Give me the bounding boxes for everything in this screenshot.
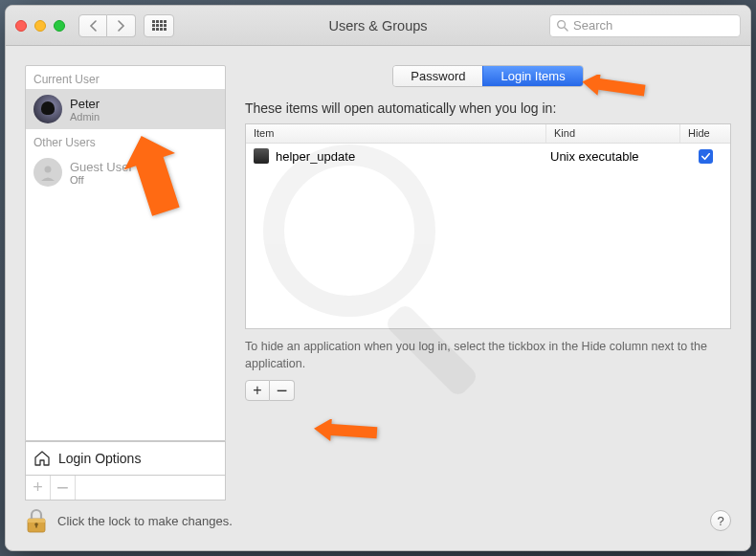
current-user-label: Current User <box>26 66 225 89</box>
hide-hint: To hide an application when you log in, … <box>245 339 731 372</box>
login-items-add-remove: + − <box>245 380 731 401</box>
tab-login-items[interactable]: Login Items <box>482 66 582 86</box>
remove-login-item-button[interactable]: − <box>270 380 295 401</box>
user-name: Guest User <box>70 160 133 174</box>
col-kind[interactable]: Kind <box>546 124 680 143</box>
forward-button[interactable] <box>107 14 136 37</box>
add-login-item-button[interactable]: + <box>245 380 270 401</box>
user-role: Off <box>70 174 133 186</box>
item-kind: Unix executable <box>546 149 680 164</box>
sidebar-add-remove: + − <box>25 476 226 500</box>
lock-text: Click the lock to make changes. <box>57 514 233 528</box>
nav-buttons <box>78 14 136 37</box>
sidebar: Current User Peter Admin Other Users Gue… <box>25 65 226 500</box>
avatar <box>33 158 62 187</box>
search-icon <box>556 19 568 32</box>
login-items-table: Item Kind Hide helper_update Unix execut… <box>245 123 731 329</box>
titlebar: Users & Groups Search <box>6 6 750 46</box>
chevron-left-icon <box>89 20 98 32</box>
traffic-lights <box>15 20 65 32</box>
minimize-window-button[interactable] <box>34 20 46 32</box>
table-header: Item Kind Hide <box>246 124 730 144</box>
grid-icon <box>152 20 167 31</box>
close-window-button[interactable] <box>15 20 27 32</box>
login-options-label: Login Options <box>58 451 141 466</box>
col-hide[interactable]: Hide <box>680 124 730 143</box>
login-options-button[interactable]: Login Options <box>25 441 226 476</box>
svg-rect-4 <box>28 519 45 523</box>
remove-user-button[interactable]: − <box>51 476 76 500</box>
other-users-label: Other Users <box>26 129 225 152</box>
sidebar-user-peter[interactable]: Peter Admin <box>26 89 225 129</box>
user-role: Admin <box>70 111 100 122</box>
avatar <box>33 95 62 123</box>
check-icon <box>700 151 711 162</box>
tabs: Password Login Items <box>245 65 731 87</box>
add-user-button[interactable]: + <box>26 476 51 500</box>
lockbar: Click the lock to make changes. ? <box>6 500 750 550</box>
content: Current User Peter Admin Other Users Gue… <box>6 46 750 500</box>
login-items-heading: These items will open automatically when… <box>245 100 731 116</box>
tab-password[interactable]: Password <box>393 66 482 86</box>
help-button[interactable]: ? <box>710 510 731 531</box>
app-icon <box>254 148 269 164</box>
hide-checkbox[interactable] <box>699 149 713 164</box>
svg-point-2 <box>45 167 52 173</box>
search-placeholder: Search <box>573 18 612 33</box>
sidebar-user-guest[interactable]: Guest User Off <box>26 152 225 192</box>
col-item[interactable]: Item <box>246 124 546 143</box>
item-name: helper_update <box>276 149 355 164</box>
user-name: Peter <box>70 97 100 111</box>
show-all-button[interactable] <box>144 14 174 37</box>
svg-line-1 <box>565 28 568 32</box>
main-panel: Password Login Items These items will op… <box>245 65 731 500</box>
maximize-window-button[interactable] <box>54 20 65 32</box>
chevron-right-icon <box>117 20 125 32</box>
users-groups-window: Users & Groups Search Current User Peter… <box>5 5 751 551</box>
svg-rect-6 <box>35 524 37 528</box>
person-icon <box>38 163 57 182</box>
search-field[interactable]: Search <box>549 14 741 37</box>
table-row[interactable]: helper_update Unix executable <box>246 144 730 168</box>
back-button[interactable] <box>78 14 107 37</box>
lock-icon[interactable] <box>25 507 48 534</box>
home-icon <box>33 450 51 467</box>
